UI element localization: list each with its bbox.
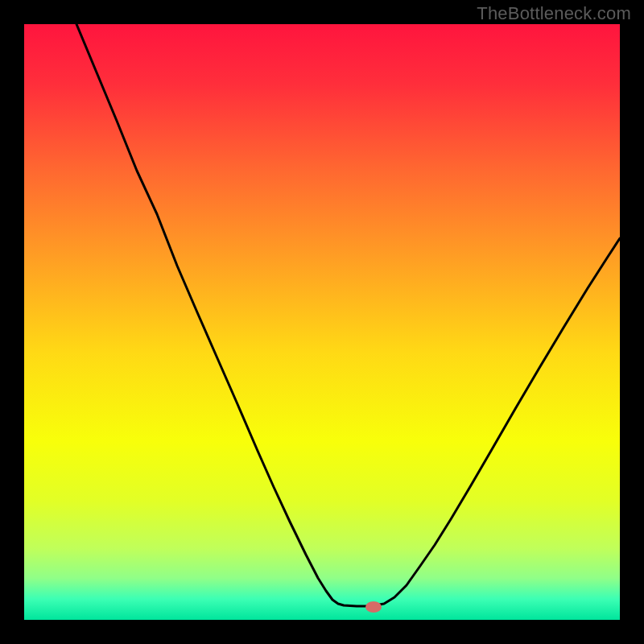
chart-svg xyxy=(24,24,620,620)
plot-area xyxy=(24,24,620,620)
chart-frame: TheBottleneck.com xyxy=(0,0,644,644)
watermark-text: TheBottleneck.com xyxy=(477,3,631,24)
bottleneck-marker xyxy=(365,601,382,613)
